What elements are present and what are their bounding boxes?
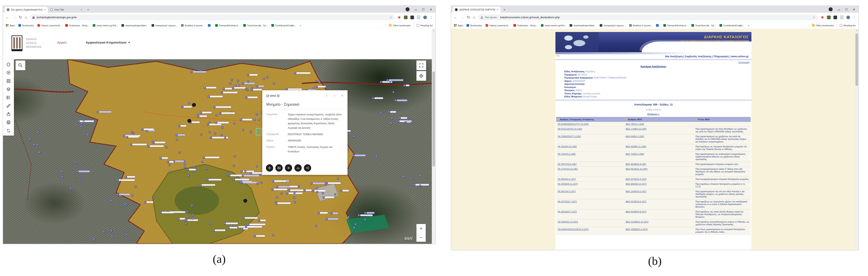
gazette-link[interactable]: ΦΕΚ 452/Β/2-11-1960 bbox=[624, 144, 694, 151]
basemap-grid-button[interactable] bbox=[4, 77, 12, 85]
profile-icon[interactable] bbox=[829, 7, 833, 11]
home-extent-button[interactable] bbox=[4, 60, 12, 68]
forward-button[interactable]: → bbox=[12, 16, 16, 19]
home-button[interactable]: ⌂ bbox=[25, 16, 27, 19]
bookmarks-overflow-icon[interactable]: » bbox=[748, 24, 749, 27]
ministerial-decision-link[interactable]: ΥΑ 25049/4-4-1973 bbox=[556, 177, 624, 182]
pan-to-button[interactable] bbox=[266, 164, 273, 172]
measure-button[interactable] bbox=[4, 102, 12, 109]
bookmark-item[interactable]: Outerwear - Shop... bbox=[65, 24, 89, 27]
ministerial-decision-link[interactable]: ΥΑ 16515/20-7-1972 bbox=[556, 210, 624, 219]
cluster-badge[interactable] bbox=[187, 119, 191, 122]
nav-link[interactable]: Συμβουλές Αναζήτησης bbox=[683, 55, 712, 58]
cluster-badge[interactable] bbox=[192, 103, 196, 107]
bookmark-item[interactable]: www.minenv.gr/4/4... bbox=[93, 24, 118, 27]
tab-close-icon[interactable]: ✕ bbox=[497, 8, 498, 11]
zoom-out-button[interactable]: − bbox=[416, 233, 426, 242]
gazette-link[interactable]: ΦΕΚ 1112/Β/21-12-1972 bbox=[624, 220, 694, 227]
bookmark-item[interactable] bbox=[208, 24, 212, 27]
next-page-link[interactable]: Επόμενη > bbox=[555, 113, 751, 115]
extension-pin-icon[interactable] bbox=[833, 16, 837, 19]
forward-button[interactable]: → bbox=[460, 16, 464, 19]
gazette-link[interactable]: ΦΕΚ 383/Β/31-8-1967 bbox=[624, 162, 694, 167]
bookmark-item[interactable]: λογαριασμό σημειω... bbox=[152, 24, 178, 27]
reload-button[interactable]: ↻ bbox=[467, 16, 470, 19]
column-header[interactable]: Αριθμός ΦΕΚ bbox=[624, 117, 694, 121]
ministerial-decision-link[interactable]: ΥΑ 41004/21-12-1972 bbox=[556, 220, 624, 227]
bookmark-item[interactable]: Βοήθεια η προσκ... bbox=[629, 24, 653, 27]
page-scrollbar[interactable]: ▲ bbox=[432, 29, 435, 244]
tab-archaeological-cadastre[interactable]: Στο χάρτη | Αρχαιολογικό Κτη ✕ bbox=[5, 7, 48, 13]
gazette-link[interactable]: ΦΕΚ 267/Β/15-4-1973 bbox=[624, 177, 694, 182]
maximize-button[interactable] bbox=[422, 8, 424, 10]
bookmark-item[interactable]: Χάρτης εγκαταστά... bbox=[486, 24, 510, 27]
print-button[interactable] bbox=[4, 118, 12, 126]
bookmark-item[interactable]: Outerwear - Shop... bbox=[514, 24, 537, 27]
extension-icon[interactable] bbox=[397, 16, 401, 19]
gazette-link[interactable]: ΦΕΚ 631/Β/23-8-1972 bbox=[624, 199, 694, 209]
ministerial-decision-link[interactable]: ΥΑ 10072/15-8-1967 bbox=[556, 162, 624, 167]
bookmark-item[interactable]: Demand/Activity-b... bbox=[663, 24, 688, 27]
tab-close-icon[interactable]: ✕ bbox=[81, 8, 82, 11]
popup-next-icon[interactable]: › bbox=[334, 93, 335, 98]
refresh-button[interactable] bbox=[4, 127, 12, 134]
ministerial-decision-link[interactable]: ΥΑ 15049/25-11-1973 bbox=[556, 182, 624, 189]
ministerial-decision-link[interactable]: ΥΑ 21980/250/27-2-1952 bbox=[556, 134, 624, 144]
column-header[interactable]: Τίτλος ΦΕΚ bbox=[694, 117, 750, 121]
share-button[interactable] bbox=[304, 164, 311, 172]
address-bar[interactable]: archaiologikoktimatologio.gov.gr/el ☆ bbox=[30, 15, 395, 21]
gallery-button[interactable] bbox=[275, 164, 283, 172]
profile-icon[interactable] bbox=[405, 7, 409, 11]
archive-logo-icon[interactable] bbox=[11, 35, 23, 51]
other-bookmarks[interactable]: Other bookmarks bbox=[389, 24, 411, 27]
gazette-link[interactable]: ΦΕΚ 174/Β/9-10-1950 bbox=[624, 127, 694, 134]
scroll-up-icon[interactable]: ▲ bbox=[855, 29, 859, 32]
scroll-up-icon[interactable]: ▲ bbox=[432, 29, 435, 32]
gazette-link[interactable]: ΦΕΚ 54/Β/5-3-1952 bbox=[624, 134, 694, 144]
extension-icon[interactable] bbox=[820, 16, 824, 19]
browser-avatar[interactable] bbox=[846, 16, 850, 19]
other-bookmarks[interactable]: Other bookmarks bbox=[812, 24, 834, 27]
zoom-in-button[interactable]: + bbox=[416, 224, 426, 233]
fullscreen-button[interactable] bbox=[416, 60, 426, 70]
bookmark-item[interactable]: Contributed/Cadjts... bbox=[719, 24, 745, 27]
map-canvas[interactable]: + − esri (2 από 3) ‹ › ✕ Μνημείο - Σημει… bbox=[3, 59, 432, 244]
browser-menu-icon[interactable]: ⋮ bbox=[853, 16, 856, 19]
ministerial-decision-link[interactable]: ΥΑ 61546/3033/1017/17-12-1945 bbox=[556, 122, 624, 127]
bookmark-item[interactable]: Demand/Activity-b... bbox=[215, 24, 240, 27]
nav-link[interactable]: Πληροφορίες bbox=[712, 55, 729, 58]
home-button[interactable]: ⌂ bbox=[473, 16, 475, 19]
browser-avatar[interactable] bbox=[423, 16, 427, 19]
extension-icon[interactable] bbox=[827, 16, 831, 19]
bookmark-item[interactable]: Bookmarks bbox=[19, 24, 34, 27]
bookmark-item[interactable]: Βοήθεια η προσκ... bbox=[181, 24, 205, 27]
bookmark-item[interactable]: downloads/gee/fabri... bbox=[569, 24, 596, 27]
tab-listed-monuments[interactable]: ΔΙΑΡΚΗΣ ΚΑΤΑΛΟΓΟΣ ΚΗΡΥΓΜ ✕ bbox=[453, 7, 501, 13]
bookmark-item[interactable]: Bookmarks bbox=[467, 24, 482, 27]
legend-list-button[interactable] bbox=[4, 94, 12, 101]
scrollbar-thumb[interactable] bbox=[432, 72, 435, 167]
layers-button[interactable] bbox=[4, 85, 12, 93]
export-button[interactable] bbox=[4, 110, 12, 118]
scrollbar-thumb[interactable] bbox=[856, 33, 858, 86]
minimize-button[interactable] bbox=[838, 10, 840, 10]
apps-shortcut[interactable]: Apps bbox=[454, 24, 463, 27]
page-scrollbar[interactable]: ▲ bbox=[855, 29, 859, 250]
new-tab-button[interactable]: + bbox=[86, 7, 91, 12]
reload-button[interactable]: ↻ bbox=[19, 16, 22, 19]
extension-icon[interactable] bbox=[404, 16, 407, 19]
ministerial-decision-link[interactable]: ΥΑ 16775/15-7-1972 bbox=[556, 199, 624, 209]
ministerial-decision-link[interactable]: ΥΑ 67011/1670/2-10-1950 bbox=[556, 127, 624, 134]
popup-close-icon[interactable]: ✕ bbox=[341, 94, 343, 97]
details-button[interactable] bbox=[285, 164, 292, 172]
bookmarks-overflow-icon[interactable]: » bbox=[300, 24, 301, 27]
ministerial-decision-link[interactable]: ΥΑ 1754/19-2-1962 bbox=[556, 152, 624, 162]
ministerial-decision-link[interactable]: ΥΑ 27197/23-10-1967 bbox=[556, 167, 624, 177]
locate-button[interactable] bbox=[416, 71, 426, 81]
column-header[interactable]: Αριθμός Υπουργικής Απόφασης bbox=[556, 117, 624, 121]
ministerial-decision-link[interactable]: ΥΑ 7603/24-10-1960 bbox=[556, 144, 624, 151]
back-link[interactable]: Επιστροφή bbox=[555, 61, 751, 63]
bookmark-item[interactable]: λογαριασμό σημειω... bbox=[600, 24, 626, 27]
gazette-link[interactable]: ΦΕΚ 1082/Β/21-9-1973 bbox=[624, 227, 694, 234]
extension-icon[interactable] bbox=[417, 16, 421, 19]
